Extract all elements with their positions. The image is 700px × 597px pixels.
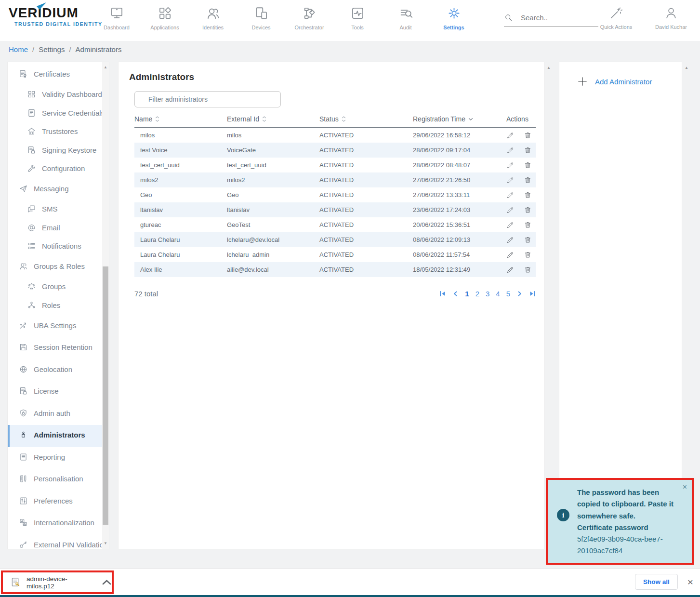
last-page-button[interactable] bbox=[529, 291, 536, 296]
sidebar-item-sms[interactable]: SMS bbox=[27, 201, 109, 220]
breadcrumb-item-settings[interactable]: Settings bbox=[28, 45, 65, 53]
sidebar-item-email[interactable]: Email bbox=[27, 219, 109, 238]
edit-icon[interactable] bbox=[506, 221, 515, 229]
edit-icon[interactable] bbox=[506, 191, 515, 199]
paper-plane-icon bbox=[19, 184, 28, 197]
table-row: ltanislav ltanislav ACTIVATED 23/06/2022… bbox=[134, 202, 536, 217]
toast-close-icon[interactable]: × bbox=[683, 483, 687, 491]
sidebar-item-service-credentials[interactable]: Service Credentials bbox=[27, 105, 109, 123]
header-action-quick-actions[interactable]: Quick Actions bbox=[595, 5, 637, 30]
sidebar-item-reporting[interactable]: Reporting bbox=[19, 447, 109, 469]
sidebar-scroll-thumb[interactable] bbox=[103, 266, 108, 525]
add-administrator-button[interactable]: Add Administrator bbox=[577, 76, 682, 87]
nav-item-dashboard[interactable]: Dashboard bbox=[92, 5, 141, 30]
sidebar-scrollbar[interactable]: ▲ ▼ bbox=[102, 62, 109, 549]
column-header-external-id[interactable]: External Id bbox=[227, 115, 319, 123]
delete-icon[interactable] bbox=[524, 146, 532, 154]
sidebar-item-certificates[interactable]: Certificates bbox=[19, 64, 109, 86]
delete-icon[interactable] bbox=[524, 191, 532, 199]
delete-icon[interactable] bbox=[524, 161, 532, 169]
search-icon bbox=[504, 13, 513, 22]
sidebar-item-groups[interactable]: Groups bbox=[27, 279, 109, 297]
delete-icon[interactable] bbox=[524, 176, 532, 184]
chevron-up-icon[interactable] bbox=[102, 577, 112, 587]
actions-cell bbox=[506, 221, 537, 229]
sidebar-item-internationalization[interactable]: Internationalization bbox=[19, 513, 109, 535]
edit-icon[interactable] bbox=[506, 146, 515, 154]
sidebar-item-notifications[interactable]: Notifications bbox=[27, 238, 109, 257]
main-panel-scrollbar[interactable]: ▲ bbox=[545, 62, 553, 549]
delete-icon[interactable] bbox=[524, 221, 532, 229]
prev-page-button[interactable] bbox=[453, 291, 458, 296]
scroll-down-icon[interactable]: ▼ bbox=[102, 540, 109, 547]
next-page-button[interactable] bbox=[517, 291, 522, 296]
page-number-1[interactable]: 1 bbox=[465, 290, 469, 298]
sidebar-item-session-retention[interactable]: Session Retention bbox=[19, 337, 109, 359]
edit-icon[interactable] bbox=[506, 265, 515, 274]
sort-icon[interactable] bbox=[342, 116, 346, 122]
sidebar-item-configuration[interactable]: Configuration bbox=[27, 160, 109, 179]
sidebar-item-external-pin-validation[interactable]: External PIN Validation bbox=[19, 535, 109, 550]
sidebar-item-validity-dashboard[interactable]: Validity Dashboard bbox=[27, 86, 109, 105]
edit-icon[interactable] bbox=[506, 161, 515, 169]
delete-icon[interactable] bbox=[524, 251, 532, 259]
sidebar-item-signing-keystore[interactable]: Signing Keystore bbox=[27, 142, 109, 160]
right-panel-scrollbar[interactable]: ▲ bbox=[683, 62, 690, 549]
nav-item-audit[interactable]: Audit bbox=[382, 5, 430, 30]
delete-icon[interactable] bbox=[524, 236, 532, 244]
close-downloads-icon[interactable]: × bbox=[687, 577, 693, 587]
edit-icon[interactable] bbox=[506, 251, 515, 259]
sort-icon[interactable] bbox=[468, 118, 473, 121]
column-header-name[interactable]: Name bbox=[134, 115, 227, 123]
edit-icon[interactable] bbox=[506, 131, 515, 139]
scroll-up-icon[interactable]: ▲ bbox=[545, 65, 553, 71]
nav-item-devices[interactable]: Devices bbox=[237, 5, 285, 30]
download-item[interactable]: admin-device-milos.p12 bbox=[3, 575, 112, 590]
delete-icon[interactable] bbox=[524, 265, 532, 274]
nav-item-applications[interactable]: Applications bbox=[141, 5, 189, 30]
sidebar-item-truststores[interactable]: Truststores bbox=[27, 123, 109, 142]
sidebar-item-roles[interactable]: Roles bbox=[27, 297, 109, 316]
sidebar-item-license[interactable]: License bbox=[19, 381, 109, 403]
nav-item-settings[interactable]: Settings bbox=[430, 5, 478, 30]
page-number-2[interactable]: 2 bbox=[475, 290, 479, 298]
edit-icon[interactable] bbox=[506, 176, 515, 184]
header-action-david-kuchar[interactable]: David Kuchar bbox=[650, 5, 692, 30]
page-number-5[interactable]: 5 bbox=[506, 290, 510, 298]
edit-icon[interactable] bbox=[506, 206, 515, 214]
uba-icon bbox=[19, 321, 28, 334]
nav-item-tools[interactable]: Tools bbox=[333, 5, 382, 30]
column-header-registration-time[interactable]: Registration Time bbox=[413, 115, 506, 123]
people-icon bbox=[19, 262, 28, 275]
sort-icon[interactable] bbox=[262, 116, 266, 122]
delete-icon[interactable] bbox=[524, 131, 532, 139]
page-number-3[interactable]: 3 bbox=[486, 290, 489, 298]
sidebar-item-administrators[interactable]: Administrators bbox=[8, 425, 109, 447]
filter-administrators-input[interactable] bbox=[134, 91, 281, 107]
veridium-logo[interactable]: VERIDIUM TRUSTED DIGITAL IDENTITY bbox=[9, 6, 103, 27]
sidebar-item-groups-roles[interactable]: Groups & Roles bbox=[19, 256, 109, 279]
sidebar-item-personalisation[interactable]: Personalisation bbox=[19, 469, 109, 491]
administrators-panel: Administrators Name External Id Status bbox=[118, 62, 544, 549]
nav-item-orchestrator[interactable]: Orchestrator bbox=[285, 5, 333, 30]
sidebar-item-messaging[interactable]: Messaging bbox=[19, 179, 109, 201]
sidebar-item-geolocation[interactable]: Geolocation bbox=[19, 359, 109, 382]
breadcrumb-item-administrators[interactable]: Administrators bbox=[65, 45, 121, 53]
scroll-up-icon[interactable]: ▲ bbox=[102, 64, 109, 71]
sidebar-item-preferences[interactable]: Preferences bbox=[19, 491, 109, 513]
applications-icon bbox=[158, 6, 172, 21]
sidebar-item-uba-settings[interactable]: UBA Settings bbox=[19, 316, 109, 338]
first-page-button[interactable] bbox=[439, 291, 446, 296]
show-all-button[interactable]: Show all bbox=[635, 574, 678, 590]
column-header-status[interactable]: Status bbox=[319, 115, 413, 123]
column-header-actions[interactable]: Actions bbox=[506, 115, 537, 123]
edit-icon[interactable] bbox=[506, 236, 515, 244]
nav-item-identities[interactable]: Identities bbox=[189, 5, 237, 30]
scroll-up-icon[interactable]: ▲ bbox=[683, 65, 690, 71]
sidebar-item-admin-auth[interactable]: Admin auth bbox=[19, 403, 109, 425]
sort-icon[interactable] bbox=[155, 116, 159, 122]
search-input[interactable] bbox=[520, 13, 594, 22]
page-number-4[interactable]: 4 bbox=[496, 290, 500, 298]
breadcrumb-item-home[interactable]: Home bbox=[9, 45, 28, 53]
delete-icon[interactable] bbox=[524, 206, 532, 214]
